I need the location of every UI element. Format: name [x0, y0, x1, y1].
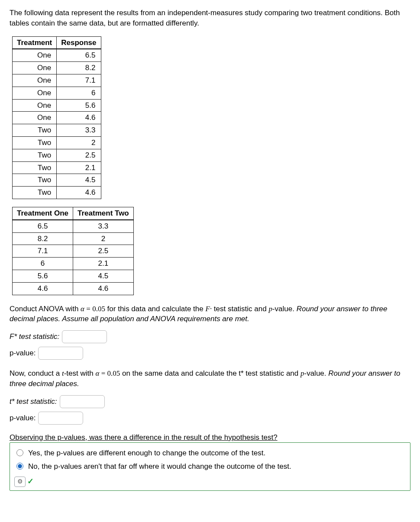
- p-value-anova-label: p-value:: [10, 348, 36, 358]
- table-row: 5.64.5: [13, 270, 134, 282]
- check-icon: ✓: [27, 476, 34, 487]
- table-row: Two4.6: [13, 187, 101, 199]
- mc-option[interactable]: Yes, the p-values are different enough t…: [14, 446, 406, 460]
- table-row: One7.1: [13, 74, 101, 87]
- data-table-long: Treatment Response One6.5One8.2One7.1One…: [12, 36, 101, 199]
- ttest-instruction: Now, conduct a t-test with α = 0.05 on t…: [10, 368, 410, 389]
- p-value-ttest-input[interactable]: [38, 412, 83, 425]
- mc-option[interactable]: No, the p-values aren't that far off whe…: [14, 460, 406, 474]
- p-value-ttest-label: p-value:: [10, 413, 36, 423]
- table-row: Two2.1: [13, 161, 101, 174]
- anova-instruction: Conduct ANOVA with α = 0.05 for this dat…: [10, 304, 410, 325]
- table-row: One4.6: [13, 112, 101, 124]
- table-row: Two3.3: [13, 124, 101, 137]
- mc-radio[interactable]: [16, 463, 23, 470]
- table-row: One8.2: [13, 62, 101, 74]
- table-row: 62.1: [13, 258, 134, 270]
- table-row: One5.6: [13, 99, 101, 112]
- table2-header-two: Treatment Two: [73, 207, 134, 219]
- intro-text: The following data represent the results…: [10, 8, 410, 29]
- table-row: One6: [13, 87, 101, 99]
- p-value-anova-input[interactable]: [38, 347, 83, 360]
- t-stat-input[interactable]: [60, 395, 105, 408]
- table-row: One6.5: [13, 49, 101, 61]
- table-row: Two2: [13, 136, 101, 149]
- t-stat-label: t* test statistic:: [10, 396, 57, 407]
- table1-header-treatment: Treatment: [13, 36, 57, 49]
- table2-header-one: Treatment One: [13, 207, 73, 219]
- table1-header-response: Response: [57, 36, 101, 49]
- table-row: 8.22: [13, 232, 134, 245]
- mc-answer-box: Yes, the p-values are different enough t…: [10, 442, 410, 491]
- f-stat-label: F* test statistic:: [10, 332, 59, 342]
- table-row: Two4.5: [13, 174, 101, 187]
- table-row: 7.12.5: [13, 245, 134, 258]
- table-row: 6.53.3: [13, 220, 134, 232]
- f-stat-input[interactable]: [62, 330, 107, 343]
- data-table-wide: Treatment One Treatment Two 6.53.38.227.…: [12, 207, 134, 295]
- mc-option-label: No, the p-values aren't that far off whe…: [28, 461, 291, 472]
- mc-question-header: Observing the p-values, was there a diff…: [10, 432, 410, 443]
- table-row: 4.64.6: [13, 282, 134, 295]
- mc-option-label: Yes, the p-values are different enough t…: [28, 448, 265, 458]
- gear-icon[interactable]: ⚙: [14, 477, 26, 487]
- mc-radio[interactable]: [16, 449, 23, 456]
- table-row: Two2.5: [13, 149, 101, 161]
